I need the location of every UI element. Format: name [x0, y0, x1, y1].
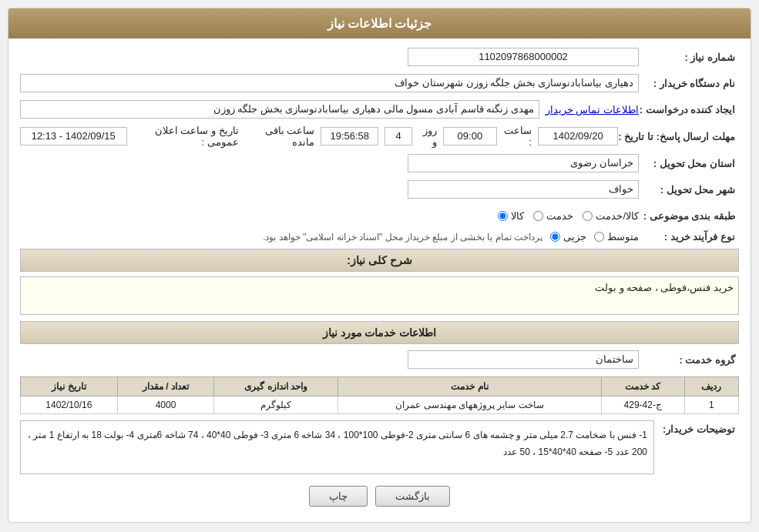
rooz-label: روز و: [418, 125, 437, 148]
nooe-note: پرداخت تمام یا بخشی از مبلغ خریداز محل "…: [263, 232, 542, 243]
sharh-koli-section-header: شرح کلی نیاز:: [20, 249, 739, 272]
tabaqe-kala-radio[interactable]: [498, 211, 508, 221]
shahr-label: شهر محل تحویل :: [639, 184, 739, 196]
saat-mande-value: 19:56:58: [321, 127, 378, 146]
tabaqe-khadmat-label: خدمت: [546, 210, 573, 222]
table-cell: 1: [684, 396, 738, 414]
tawzih-value: 1- فنس با ضخامت 2.7 میلی متر و چشمه های …: [20, 420, 654, 474]
col-name: نام خدمت: [338, 377, 601, 396]
ostan-label: استان محل تحویل :: [639, 158, 739, 169]
tabaqe-label: طبقه بندی موضوعی :: [639, 210, 739, 222]
back-button[interactable]: بازگشت: [375, 486, 450, 507]
nooe-motawaset-label: متوسط: [607, 231, 639, 243]
col-radif: ردیف: [684, 377, 738, 396]
ijad-konande-label: ایجاد کننده درخواست :: [639, 104, 739, 115]
tabaqe-kala-khadmat-radio[interactable]: [583, 211, 593, 221]
table-cell: ساخت سایر پروژههای مهندسی عمران: [338, 396, 601, 414]
services-table: ردیف کد خدمت نام خدمت واحد اندازه گیری ت…: [20, 376, 739, 414]
col-code: کد خدمت: [601, 377, 684, 396]
etela-tamas-link[interactable]: اطلاعات تماس خریدار: [546, 104, 639, 115]
shomara-niaz-label: شماره نیاز :: [639, 52, 739, 63]
mohlat-label: مهلت ارسال پاسخ: تا تاریخ :: [618, 131, 739, 142]
shahr-value: خواف: [408, 180, 639, 199]
name-dastgah-label: نام دستگاه خریدار :: [639, 78, 739, 89]
nooe-jazii-label: جزیی: [563, 231, 586, 243]
sharh-koli-value: خرید فنس،فوطی ، صفحه و بولت: [20, 276, 739, 315]
tabaqe-kala-label: کالا: [511, 210, 524, 222]
ijad-konande-value: مهدی زنگنه قاسم آبادی مسول مالی دهیاری ب…: [20, 100, 539, 119]
tabaqe-kala-khadmat-label: کالا/خدمت: [596, 210, 639, 222]
col-date: تاریخ نیاز: [21, 377, 118, 396]
col-unit: واحد اندازه گیری: [214, 377, 338, 396]
tawzih-label: توضیحات خریدار:: [654, 420, 739, 435]
rooz-value: 4: [385, 127, 412, 146]
tarikh-value: 1402/09/20: [538, 127, 618, 146]
saat-value: 09:00: [443, 127, 497, 146]
services-table-container: ردیف کد خدمت نام خدمت واحد اندازه گیری ت…: [20, 376, 739, 414]
nooe-motawaset-radio[interactable]: [594, 232, 604, 242]
tarikh-elaan-value: 1402/09/15 - 12:13: [20, 127, 127, 146]
gorooh-value: ساختمان: [408, 350, 639, 369]
table-row: 1ج-42-429ساخت سایر پروژههای مهندسی عمران…: [21, 396, 739, 414]
table-cell: ج-42-429: [601, 396, 684, 414]
col-count: تعداد / مقدار: [117, 377, 214, 396]
saat-mande-label: ساعت باقی مانده: [251, 125, 315, 148]
ostan-value: خراسان رضوی: [408, 154, 639, 172]
gorooh-label: گروه خدمت :: [639, 354, 739, 366]
khademat-section-header: اطلاعات خدمات مورد نیاز: [20, 321, 739, 344]
table-cell: کیلوگرم: [214, 396, 338, 414]
tabaqe-khadmat-radio[interactable]: [533, 211, 543, 221]
table-cell: 4000: [117, 396, 214, 414]
print-button[interactable]: چاپ: [309, 486, 368, 507]
table-cell: 1402/10/16: [21, 396, 118, 414]
nooe-jazii-radio[interactable]: [550, 232, 560, 242]
tarikh-elaan-label: تاریخ و ساعت اعلان عمومی :: [133, 125, 239, 148]
page-title: جزئیات اطلاعات نیاز: [8, 8, 751, 38]
name-dastgah-value: دهیاری بیاسابادنوسازی بخش جلگه زوزن شهرس…: [20, 74, 639, 92]
nooe-farayand-label: نوع فرآیند خرید :: [639, 231, 739, 243]
saat-label: ساعت :: [503, 125, 532, 148]
shomara-niaz-value: 1102097868000002: [408, 48, 639, 66]
